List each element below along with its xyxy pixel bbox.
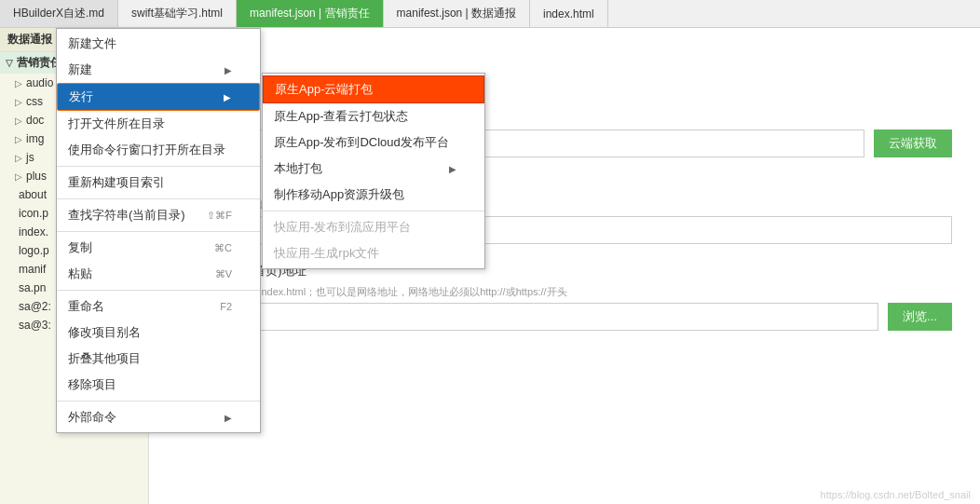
menu-item-remove-project[interactable]: 移除项目	[57, 372, 260, 398]
menu-item-fold-others[interactable]: 折叠其他项目	[57, 346, 260, 372]
entry-row: 浏览...	[177, 303, 952, 331]
shortcut-label: ⇧⌘F	[207, 210, 232, 222]
menu-item-copy[interactable]: 复制 ⌘C	[57, 235, 260, 261]
menu-item-new[interactable]: 新建 ▶	[57, 57, 260, 83]
submenu-item-view-package-status[interactable]: 原生App-查看云打包状态	[263, 103, 484, 129]
submenu-item-cloud-package[interactable]: 原生App-云端打包	[263, 75, 484, 103]
tab-hbuilder[interactable]: HBuilderX自述.md	[0, 0, 118, 27]
chevron-icon: ▷	[15, 97, 22, 107]
tab-manifest-data[interactable]: manifest.json | 数据通报	[384, 0, 530, 27]
tab-bar: HBuilderX自述.md swift基础学习.html manifest.j…	[0, 0, 980, 28]
field-group-entry: 应用入口页面(首页)地址 默认为根目录下的index.html；也可以是网络地址…	[177, 263, 952, 331]
separator-3	[57, 231, 260, 232]
shortcut-rename: F2	[220, 301, 232, 312]
menu-item-rename[interactable]: 重命名 F2	[57, 293, 260, 320]
chevron-icon: ▷	[15, 134, 22, 144]
shortcut-paste: ⌘V	[215, 268, 232, 280]
tab-swift[interactable]: swift基础学习.html	[118, 0, 237, 27]
tab-manifest-marketing[interactable]: manifest.json | 营销责任	[237, 0, 383, 27]
main-layout: 数据通报 ▽ 营销责任 ▷ audio ▷ css ▷ doc ▷ img ▷ …	[0, 28, 980, 504]
submenu-item-quick-app-publish: 快应用-发布到流应用平台	[263, 214, 484, 240]
submenu-item-make-upgrade-package[interactable]: 制作移动App资源升级包	[263, 182, 484, 208]
chevron-icon: ▷	[15, 153, 22, 163]
menu-item-open-dir[interactable]: 打开文件所在目录	[57, 111, 260, 137]
separator-5	[57, 401, 260, 402]
chevron-icon: ▽	[6, 58, 13, 68]
separator-2	[57, 198, 260, 199]
menu-item-find-string[interactable]: 查找字符串(当前目录) ⇧⌘F	[57, 202, 260, 228]
submenu-arrow-icon: ▶	[224, 92, 231, 102]
watermark: https://blog.csdn.net/Bolted_snail	[821, 489, 971, 500]
separator-1	[57, 166, 260, 167]
chevron-icon: ▷	[15, 171, 22, 182]
context-menu-overlay: 新建文件 新建 ▶ 发行 ▶ 打开文件所在目录 使用命令行窗口打开所在目录 重新…	[56, 28, 261, 433]
menu-item-new-file[interactable]: 新建文件	[57, 31, 260, 57]
entry-hint: 默认为根目录下的index.html；也可以是网络地址，网络地址必须以http:…	[177, 285, 952, 299]
submenu-separator	[263, 211, 484, 211]
submenu-item-local-package[interactable]: 本地打包 ▶	[263, 156, 484, 182]
context-submenu: 原生App-云端打包 原生App-查看云打包状态 原生App-发布到DCloud…	[262, 73, 485, 269]
shortcut-copy: ⌘C	[214, 242, 232, 254]
menu-item-external-cmd[interactable]: 外部命令 ▶	[57, 404, 260, 430]
separator-4	[57, 290, 260, 291]
menu-item-rebuild-index[interactable]: 重新构建项目索引	[57, 170, 260, 196]
field-group-description: 应用描述	[177, 349, 952, 366]
submenu-item-publish-dcloud[interactable]: 原生App-发布到DCloud发布平台	[263, 129, 484, 156]
submenu-item-quick-app-rpk: 快应用-生成rpk文件	[263, 240, 484, 266]
menu-item-project-alias[interactable]: 修改项目别名	[57, 320, 260, 346]
tab-index[interactable]: index.html	[530, 0, 608, 27]
chevron-icon: ▷	[15, 116, 22, 126]
context-menu-level1: 新建文件 新建 ▶ 发行 ▶ 打开文件所在目录 使用命令行窗口打开所在目录 重新…	[56, 28, 261, 433]
browse-button[interactable]: 浏览...	[888, 303, 952, 331]
submenu-arrow-icon: ▶	[225, 413, 232, 423]
entry-input[interactable]	[177, 303, 878, 331]
section-title: 基础配置	[177, 47, 952, 69]
submenu-arrow-icon: ▶	[225, 65, 232, 75]
submenu-arrow-icon: ▶	[449, 164, 456, 174]
menu-item-paste[interactable]: 粘贴 ⌘V	[57, 261, 260, 287]
menu-item-open-cmd[interactable]: 使用命令行窗口打开所在目录	[57, 137, 260, 163]
chevron-icon: ▷	[15, 78, 22, 89]
description-label: 应用描述	[177, 349, 952, 366]
cloud-get-button[interactable]: 云端获取	[874, 129, 952, 157]
menu-item-publish[interactable]: 发行 ▶	[57, 83, 260, 111]
